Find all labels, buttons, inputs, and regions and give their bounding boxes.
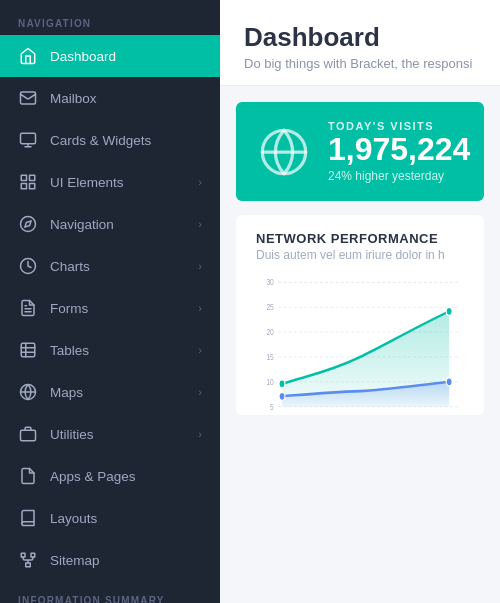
layouts-icon: [18, 508, 38, 528]
stats-value: 1,975,224: [328, 132, 470, 167]
sidebar-item-navigation[interactable]: Navigation ›: [0, 203, 220, 245]
utilities-icon: [18, 424, 38, 444]
sidebar: NAVIGATION Dashboard Mailbox Cards & Wid…: [0, 0, 220, 603]
chevron-down-icon: ›: [198, 344, 202, 356]
svg-point-33: [279, 392, 285, 400]
svg-text:30: 30: [266, 278, 274, 288]
chart-section: NETWORK PERFORMANCE Duis autem vel eum i…: [236, 215, 484, 415]
sidebar-item-utilities-label: Utilities: [50, 427, 198, 442]
svg-rect-4: [21, 184, 26, 189]
svg-rect-3: [30, 175, 35, 180]
ui-elements-icon: [18, 172, 38, 192]
sidebar-item-dashboard-label: Dashboard: [50, 49, 202, 64]
sidebar-item-navigation-label: Navigation: [50, 217, 198, 232]
sidebar-item-charts-label: Charts: [50, 259, 198, 274]
svg-point-31: [279, 380, 285, 388]
sidebar-item-sitemap[interactable]: Sitemap: [0, 539, 220, 581]
sidebar-item-mailbox-label: Mailbox: [50, 91, 202, 106]
home-icon: [18, 46, 38, 66]
apps-pages-icon: [18, 466, 38, 486]
charts-icon: [18, 256, 38, 276]
chevron-down-icon: ›: [198, 386, 202, 398]
cards-icon: [18, 130, 38, 150]
sidebar-item-mailbox[interactable]: Mailbox: [0, 77, 220, 119]
sidebar-item-ui-elements[interactable]: UI Elements ›: [0, 161, 220, 203]
chart-area: 30 25 20 15 10 5: [256, 272, 464, 415]
svg-text:15: 15: [266, 352, 274, 362]
line-chart: 30 25 20 15 10 5: [256, 272, 464, 415]
chevron-down-icon: ›: [198, 428, 202, 440]
svg-rect-13: [21, 430, 36, 441]
sidebar-item-dashboard[interactable]: Dashboard: [0, 35, 220, 77]
svg-text:20: 20: [266, 327, 274, 337]
page-title: Dashboard: [244, 22, 476, 53]
sidebar-item-forms[interactable]: Forms ›: [0, 287, 220, 329]
mail-icon: [18, 88, 38, 108]
svg-rect-0: [21, 92, 36, 104]
tables-icon: [18, 340, 38, 360]
sidebar-item-cards-label: Cards & Widgets: [50, 133, 202, 148]
page-header: Dashboard Do big things with Bracket, th…: [220, 0, 500, 86]
chevron-down-icon: ›: [198, 176, 202, 188]
forms-icon: [18, 298, 38, 318]
sidebar-item-maps[interactable]: Maps ›: [0, 371, 220, 413]
chart-subtitle: Duis autem vel eum iriure dolor in h: [256, 248, 464, 262]
svg-point-6: [21, 217, 36, 232]
sidebar-item-tables-label: Tables: [50, 343, 198, 358]
sidebar-item-layouts[interactable]: Layouts: [0, 497, 220, 539]
sidebar-section-information: INFORMATION SUMMARY: [0, 581, 220, 603]
stats-change: 24% higher yesterday: [328, 169, 470, 183]
stats-info: TODAY'S VISITS 1,975,224 24% higher yest…: [328, 120, 470, 183]
stats-card: TODAY'S VISITS 1,975,224 24% higher yest…: [236, 102, 484, 201]
sidebar-item-ui-label: UI Elements: [50, 175, 198, 190]
navigation-icon: [18, 214, 38, 234]
sidebar-section-navigation: NAVIGATION: [0, 0, 220, 35]
chevron-down-icon: ›: [198, 218, 202, 230]
svg-rect-1: [21, 133, 36, 144]
sidebar-item-apps-pages[interactable]: Apps & Pages: [0, 455, 220, 497]
svg-rect-2: [21, 175, 26, 180]
svg-point-32: [446, 307, 452, 315]
main-content: Dashboard Do big things with Bracket, th…: [220, 0, 500, 603]
sidebar-item-cards-widgets[interactable]: Cards & Widgets: [0, 119, 220, 161]
sidebar-item-utilities[interactable]: Utilities ›: [0, 413, 220, 455]
svg-text:5: 5: [270, 402, 274, 412]
chevron-down-icon: ›: [198, 260, 202, 272]
sitemap-icon: [18, 550, 38, 570]
sidebar-item-apps-pages-label: Apps & Pages: [50, 469, 202, 484]
sidebar-item-layouts-label: Layouts: [50, 511, 202, 526]
sidebar-item-sitemap-label: Sitemap: [50, 553, 202, 568]
svg-text:10: 10: [266, 377, 274, 387]
globe-icon: [256, 124, 312, 180]
chevron-down-icon: ›: [198, 302, 202, 314]
chart-title: NETWORK PERFORMANCE: [256, 231, 464, 246]
maps-icon: [18, 382, 38, 402]
svg-text:25: 25: [266, 302, 274, 312]
svg-point-34: [446, 378, 452, 386]
svg-rect-5: [30, 184, 35, 189]
sidebar-item-maps-label: Maps: [50, 385, 198, 400]
sidebar-item-tables[interactable]: Tables ›: [0, 329, 220, 371]
sidebar-item-forms-label: Forms: [50, 301, 198, 316]
sidebar-item-charts[interactable]: Charts ›: [0, 245, 220, 287]
page-subtitle: Do big things with Bracket, the responsi: [244, 56, 476, 71]
svg-rect-10: [21, 343, 35, 357]
